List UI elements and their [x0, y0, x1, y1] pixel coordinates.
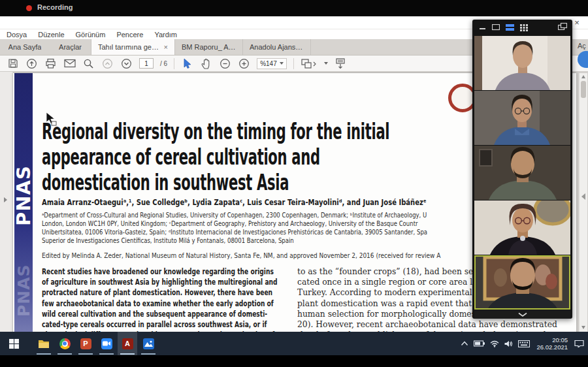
- page-number-input[interactable]: 1: [139, 58, 154, 69]
- tab-document-active[interactable]: Tahıl tarımına geçişt... ×: [91, 39, 175, 55]
- menu-yardim[interactable]: Yardım: [154, 31, 177, 39]
- participant-4-avatar: [474, 200, 570, 255]
- chevron-down-icon: [517, 312, 528, 317]
- video-panel-header: [472, 20, 572, 35]
- tab-tools[interactable]: Araçlar: [50, 39, 91, 55]
- window-close-button[interactable]: ×: [571, 18, 583, 28]
- taskbar: P A 20:05 26.02.2021: [0, 332, 588, 355]
- article-affiliations: ᵃDepartment of Cross-Cultural and Region…: [42, 212, 483, 246]
- participant-video-5-active-speaker[interactable]: [474, 255, 570, 310]
- menu-dosya[interactable]: Dosya: [7, 31, 27, 39]
- strip-view-icon[interactable]: [506, 24, 514, 31]
- participant-video-3[interactable]: [474, 146, 570, 200]
- zoom-in-icon[interactable]: [238, 57, 250, 70]
- running-indicator: [78, 353, 93, 355]
- search-icon[interactable]: [82, 57, 95, 70]
- speaker-icon[interactable]: [504, 340, 513, 347]
- menu-gorunum[interactable]: Görünüm: [76, 31, 106, 39]
- article-authors: Amaia Arranz-Otaeguiᵃ,¹, Sue Colledgeᵇ, …: [42, 197, 485, 207]
- scroll-down-icon[interactable]: [581, 326, 585, 329]
- tab-close-icon[interactable]: ×: [164, 43, 168, 51]
- participant-video-4[interactable]: [474, 200, 570, 255]
- pnas-logo: PNAS: [14, 157, 33, 235]
- abstract-column: Recent studies have broadened our knowle…: [42, 266, 298, 340]
- minimize-icon[interactable]: [480, 25, 486, 30]
- next-page-icon[interactable]: [120, 57, 133, 70]
- tools-pane-collapse-icon[interactable]: [581, 193, 585, 200]
- article-title: Regional diversity on the timing for the…: [42, 119, 472, 195]
- pnas-banner: PNAS PNAS: [14, 73, 33, 355]
- menu-pencere[interactable]: Pencere: [116, 31, 143, 39]
- chevron-down-icon[interactable]: [324, 62, 328, 65]
- tray-expand-icon[interactable]: [461, 341, 468, 346]
- nav-pane-expand-icon[interactable]: [4, 197, 7, 202]
- video-call-panel: [472, 20, 572, 319]
- zoom-app-icon[interactable]: [97, 332, 116, 355]
- recording-label: Recording: [37, 3, 73, 11]
- collapse-strip-bar[interactable]: [474, 310, 570, 319]
- participant-5-avatar: [474, 255, 570, 310]
- page-total-label: / 6: [160, 60, 167, 67]
- menu-duzenle[interactable]: Düzenle: [38, 31, 64, 39]
- speaker-view-icon[interactable]: [492, 24, 500, 31]
- partial-open-button[interactable]: Aç: [578, 42, 586, 50]
- running-indicator: [99, 353, 114, 355]
- zoom-level-dropdown[interactable]: %147: [257, 58, 287, 69]
- chrome-icon[interactable]: [55, 332, 74, 355]
- recording-bar: Recording: [0, 0, 588, 16]
- running-indicator: [120, 353, 135, 355]
- photos-icon[interactable]: [139, 332, 158, 355]
- clock[interactable]: 20:05 26.02.2021: [536, 336, 568, 351]
- select-tool-icon[interactable]: [181, 57, 193, 70]
- scrollbar-thumb[interactable]: [581, 81, 586, 98]
- participant-video-1[interactable]: [474, 36, 570, 90]
- email-icon[interactable]: [63, 57, 76, 70]
- zoom-out-icon[interactable]: [219, 57, 231, 70]
- tab-document-3[interactable]: Anadolu Ajansı-AB'...: [243, 39, 311, 55]
- tray-date: 26.02.2021: [536, 343, 568, 351]
- powerpoint-icon[interactable]: P: [76, 332, 95, 355]
- bottom-black-strip: [0, 355, 588, 367]
- gallery-view-icon[interactable]: [520, 24, 528, 31]
- scroll-up-icon[interactable]: [581, 75, 585, 78]
- battery-icon[interactable]: [474, 340, 485, 347]
- tab-home[interactable]: Ana Sayfa: [0, 39, 50, 55]
- pnas-watermark: PNAS: [14, 248, 33, 333]
- document-scrollbar[interactable]: [579, 73, 587, 332]
- navigation-pane-rail[interactable]: [0, 72, 13, 355]
- edited-by-line: Edited by Melinda A. Zeder, National Mus…: [42, 252, 483, 259]
- keyboard-icon[interactable]: [518, 340, 530, 347]
- participant-2-avatar: [474, 91, 570, 145]
- zoom-level-value: %147: [260, 60, 277, 67]
- tray-time: 20:05: [552, 336, 568, 343]
- system-tray: 20:05 26.02.2021: [461, 332, 584, 355]
- previous-page-icon[interactable]: [101, 57, 114, 70]
- action-center-icon[interactable]: [574, 340, 584, 347]
- running-indicator: [57, 353, 72, 355]
- running-indicator: [37, 353, 51, 355]
- participant-3-avatar: [474, 146, 570, 200]
- wifi-icon[interactable]: [490, 340, 499, 347]
- recording-dot-icon: [26, 5, 32, 11]
- running-indicator: [141, 353, 155, 355]
- tab-document-2[interactable]: BM Raporu_ Açıkla...: [175, 39, 243, 55]
- participant-1-avatar: [474, 36, 570, 90]
- share-upload-icon[interactable]: [25, 57, 38, 70]
- participant-video-2[interactable]: [474, 91, 570, 145]
- acrobat-icon-active[interactable]: A: [118, 332, 137, 355]
- file-explorer-icon[interactable]: [34, 332, 54, 355]
- screen: Recording A Tahıl tarımına geçişte bölge…: [0, 0, 588, 367]
- toolbar-divider: [293, 58, 294, 69]
- start-button[interactable]: [3, 332, 25, 355]
- participant-tiles: [474, 36, 570, 310]
- hand-tool-icon[interactable]: [200, 57, 212, 70]
- save-icon[interactable]: [7, 57, 19, 70]
- chevron-down-icon: [280, 62, 284, 65]
- scrolling-mode-icon[interactable]: [335, 57, 347, 70]
- fit-page-icon[interactable]: [301, 57, 318, 70]
- print-icon[interactable]: [44, 57, 57, 70]
- mouse-cursor: [46, 112, 60, 131]
- popout-icon[interactable]: [558, 23, 567, 30]
- toolbar-divider: [174, 58, 174, 69]
